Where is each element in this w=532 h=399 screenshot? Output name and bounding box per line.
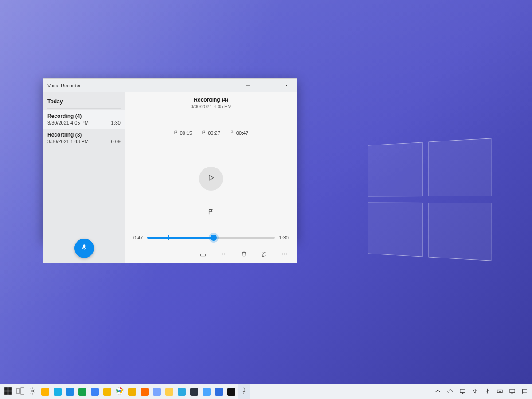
svg-rect-16 [460,389,465,393]
svg-point-13 [32,390,34,392]
taskbar-item-notes[interactable] [51,384,64,399]
taskbar-item-store[interactable] [39,384,51,399]
sidebar-heading: Today [43,95,125,108]
play-button[interactable] [199,167,223,191]
taskbar-item-edge-canary[interactable] [101,384,113,399]
svg-rect-7 [4,387,8,391]
recording-datetime: 3/30/2021 1:43 PM [47,139,89,144]
taskbar-item-voice-recorder[interactable] [238,384,250,399]
taskbar-item-onedrive-alt[interactable] [200,384,213,399]
tray-settings[interactable] [508,388,516,396]
trash-icon [240,250,247,259]
close-button[interactable] [277,79,297,92]
svg-rect-9 [4,391,8,395]
maximize-button[interactable] [258,79,277,92]
taskbar-item-edge[interactable] [64,384,76,399]
trim-button[interactable] [219,251,227,259]
taskbar-item-mail[interactable] [176,384,188,399]
svg-rect-11 [16,389,20,393]
system-tray [434,384,532,399]
taskbar-item-photos[interactable] [213,384,225,399]
delete-button[interactable] [240,251,248,259]
marker-tick [168,235,169,240]
seek-bar[interactable] [147,237,274,239]
rename-icon [261,250,268,259]
photos-icon [215,388,223,396]
taskbar-item-firefox-dev[interactable] [151,384,163,399]
usb-icon [484,388,491,396]
tray-overflow-button[interactable] [434,388,442,396]
recordings-sidebar: Today Recording (4) 3/30/2021 4:05 PM 1:… [43,92,125,263]
taskbar-item-start[interactable] [2,384,14,399]
cmd-icon [227,388,235,396]
taskbar-item-edge-beta[interactable] [76,384,89,399]
monitor-icon [459,388,466,396]
monitor-icon [509,388,516,396]
ellipsis-icon [281,250,288,259]
marker-item[interactable]: 00:47 [230,130,249,136]
recording-datetime: 3/30/2021 4:05 PM [47,120,89,125]
elapsed-time: 0:47 [133,235,143,240]
recording-item[interactable]: Recording (4) 3/30/2021 4:05 PM 1:30 [43,110,125,129]
tray-keyboard[interactable] [496,388,504,396]
detail-datetime: 3/30/2021 4:05 PM [191,104,232,109]
flag-icon [202,130,206,136]
speaker-icon [472,388,478,396]
record-button[interactable] [74,239,94,258]
taskbar-item-chrome[interactable] [113,384,126,399]
tray-display[interactable] [458,388,466,396]
taskbar-item-task-view[interactable] [14,384,27,399]
chrome-canary-icon [128,388,136,396]
windows-logo [368,138,491,261]
chevron-up-icon [434,388,441,396]
tray-volume[interactable] [471,388,479,396]
marker-item[interactable]: 00:27 [202,130,220,136]
recording-detail-pane: Recording (4) 3/30/2021 4:05 PM 00:15 00… [125,92,297,263]
play-icon [207,173,215,184]
terminal-icon [190,388,198,396]
taskbar-item-terminal[interactable] [188,384,200,399]
share-icon [200,250,207,259]
notifications-button[interactable] [520,388,528,396]
keyboard-icon [497,388,503,396]
share-button[interactable] [199,251,207,259]
task-view-icon [16,387,24,397]
taskbar-item-settings[interactable] [27,384,39,399]
recording-name: Recording (4) [47,113,121,119]
notifications-icon [521,388,528,396]
add-marker-button[interactable] [207,208,215,217]
title-bar[interactable]: Voice Recorder [43,79,297,92]
taskbar-item-edge-dev[interactable] [89,384,101,399]
svg-point-6 [286,254,287,254]
marker-item[interactable]: 00:15 [174,130,192,136]
minimize-button[interactable] [238,79,258,92]
explorer-icon [165,388,173,396]
markers-list: 00:15 00:27 00:47 [174,130,249,136]
taskbar-item-cmd[interactable] [225,384,238,399]
recording-duration: 0:09 [111,139,121,144]
trim-icon [220,250,227,259]
recording-name: Recording (3) [47,132,121,138]
svg-rect-12 [21,388,24,394]
tray-usb[interactable] [483,388,491,396]
taskbar-item-explorer[interactable] [163,384,176,399]
notes-icon [54,388,62,396]
taskbar [0,384,532,399]
firefox-dev-icon [153,388,161,396]
flag-icon [174,130,178,136]
windows-start-icon [4,387,12,397]
taskbar-item-firefox[interactable] [138,384,151,399]
cloud-icon [447,388,454,396]
tray-onedrive[interactable] [446,388,454,396]
rename-button[interactable] [260,251,268,259]
recording-item[interactable]: Recording (3) 3/30/2021 1:43 PM 0:09 [43,129,125,148]
flag-icon [230,130,235,136]
detail-title: Recording (4) [194,97,228,103]
more-button[interactable] [281,251,289,259]
svg-rect-10 [8,391,12,395]
flag-icon [208,209,214,217]
taskbar-item-chrome-canary[interactable] [126,384,138,399]
svg-rect-18 [509,389,514,393]
marker-tick [214,235,214,240]
firefox-icon [141,388,149,396]
